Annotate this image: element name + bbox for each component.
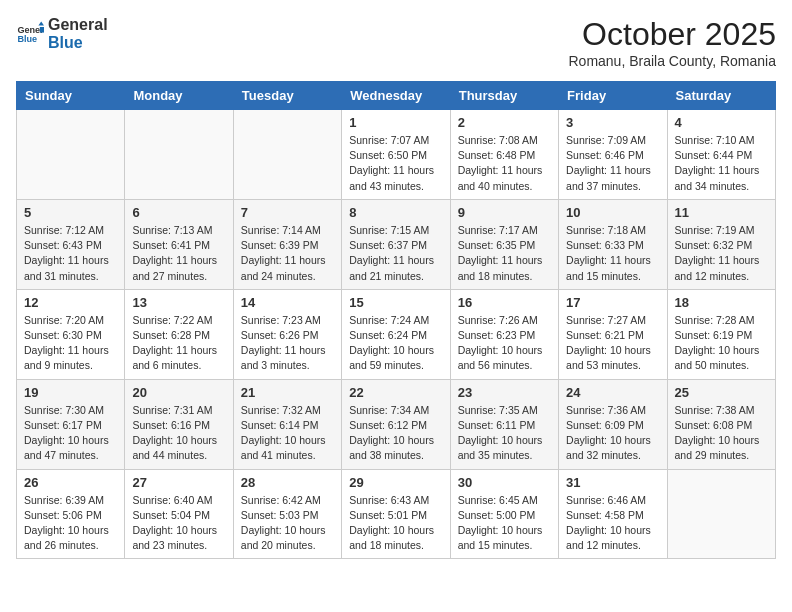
calendar-cell: 17Sunrise: 7:27 AM Sunset: 6:21 PM Dayli… bbox=[559, 289, 667, 379]
day-info: Sunrise: 7:18 AM Sunset: 6:33 PM Dayligh… bbox=[566, 223, 659, 284]
day-number: 3 bbox=[566, 115, 659, 130]
calendar-cell bbox=[233, 110, 341, 200]
day-number: 11 bbox=[675, 205, 768, 220]
day-number: 30 bbox=[458, 475, 551, 490]
day-info: Sunrise: 7:07 AM Sunset: 6:50 PM Dayligh… bbox=[349, 133, 442, 194]
day-info: Sunrise: 6:46 AM Sunset: 4:58 PM Dayligh… bbox=[566, 493, 659, 554]
day-info: Sunrise: 7:32 AM Sunset: 6:14 PM Dayligh… bbox=[241, 403, 334, 464]
day-info: Sunrise: 7:26 AM Sunset: 6:23 PM Dayligh… bbox=[458, 313, 551, 374]
calendar-cell bbox=[17, 110, 125, 200]
day-number: 24 bbox=[566, 385, 659, 400]
day-number: 5 bbox=[24, 205, 117, 220]
day-info: Sunrise: 6:39 AM Sunset: 5:06 PM Dayligh… bbox=[24, 493, 117, 554]
day-number: 12 bbox=[24, 295, 117, 310]
title-area: October 2025 Romanu, Braila County, Roma… bbox=[568, 16, 776, 69]
logo-general-text: General bbox=[48, 16, 108, 34]
svg-marker-3 bbox=[40, 27, 44, 33]
day-info: Sunrise: 7:23 AM Sunset: 6:26 PM Dayligh… bbox=[241, 313, 334, 374]
weekday-header-sunday: Sunday bbox=[17, 82, 125, 110]
calendar-week-row: 19Sunrise: 7:30 AM Sunset: 6:17 PM Dayli… bbox=[17, 379, 776, 469]
day-info: Sunrise: 7:31 AM Sunset: 6:16 PM Dayligh… bbox=[132, 403, 225, 464]
day-number: 8 bbox=[349, 205, 442, 220]
day-info: Sunrise: 7:15 AM Sunset: 6:37 PM Dayligh… bbox=[349, 223, 442, 284]
calendar-cell: 29Sunrise: 6:43 AM Sunset: 5:01 PM Dayli… bbox=[342, 469, 450, 559]
calendar-cell: 19Sunrise: 7:30 AM Sunset: 6:17 PM Dayli… bbox=[17, 379, 125, 469]
day-info: Sunrise: 7:30 AM Sunset: 6:17 PM Dayligh… bbox=[24, 403, 117, 464]
day-info: Sunrise: 7:14 AM Sunset: 6:39 PM Dayligh… bbox=[241, 223, 334, 284]
day-info: Sunrise: 7:13 AM Sunset: 6:41 PM Dayligh… bbox=[132, 223, 225, 284]
calendar-cell bbox=[125, 110, 233, 200]
calendar-cell: 12Sunrise: 7:20 AM Sunset: 6:30 PM Dayli… bbox=[17, 289, 125, 379]
weekday-header-monday: Monday bbox=[125, 82, 233, 110]
day-info: Sunrise: 7:19 AM Sunset: 6:32 PM Dayligh… bbox=[675, 223, 768, 284]
day-number: 13 bbox=[132, 295, 225, 310]
calendar-cell: 8Sunrise: 7:15 AM Sunset: 6:37 PM Daylig… bbox=[342, 199, 450, 289]
svg-marker-2 bbox=[38, 21, 44, 25]
calendar-cell: 10Sunrise: 7:18 AM Sunset: 6:33 PM Dayli… bbox=[559, 199, 667, 289]
weekday-header-thursday: Thursday bbox=[450, 82, 558, 110]
day-info: Sunrise: 6:40 AM Sunset: 5:04 PM Dayligh… bbox=[132, 493, 225, 554]
calendar-week-row: 26Sunrise: 6:39 AM Sunset: 5:06 PM Dayli… bbox=[17, 469, 776, 559]
day-number: 26 bbox=[24, 475, 117, 490]
day-number: 28 bbox=[241, 475, 334, 490]
calendar-week-row: 12Sunrise: 7:20 AM Sunset: 6:30 PM Dayli… bbox=[17, 289, 776, 379]
weekday-header-tuesday: Tuesday bbox=[233, 82, 341, 110]
calendar-cell: 18Sunrise: 7:28 AM Sunset: 6:19 PM Dayli… bbox=[667, 289, 775, 379]
calendar-cell: 2Sunrise: 7:08 AM Sunset: 6:48 PM Daylig… bbox=[450, 110, 558, 200]
day-info: Sunrise: 7:34 AM Sunset: 6:12 PM Dayligh… bbox=[349, 403, 442, 464]
header: General Blue General Blue October 2025 R… bbox=[16, 16, 776, 69]
day-number: 22 bbox=[349, 385, 442, 400]
calendar-cell: 4Sunrise: 7:10 AM Sunset: 6:44 PM Daylig… bbox=[667, 110, 775, 200]
calendar-cell: 9Sunrise: 7:17 AM Sunset: 6:35 PM Daylig… bbox=[450, 199, 558, 289]
day-number: 16 bbox=[458, 295, 551, 310]
day-info: Sunrise: 7:12 AM Sunset: 6:43 PM Dayligh… bbox=[24, 223, 117, 284]
weekday-header-friday: Friday bbox=[559, 82, 667, 110]
day-number: 23 bbox=[458, 385, 551, 400]
logo-blue-text: Blue bbox=[48, 34, 108, 52]
day-number: 6 bbox=[132, 205, 225, 220]
day-info: Sunrise: 7:08 AM Sunset: 6:48 PM Dayligh… bbox=[458, 133, 551, 194]
day-number: 15 bbox=[349, 295, 442, 310]
day-info: Sunrise: 6:43 AM Sunset: 5:01 PM Dayligh… bbox=[349, 493, 442, 554]
day-number: 1 bbox=[349, 115, 442, 130]
day-number: 17 bbox=[566, 295, 659, 310]
day-number: 18 bbox=[675, 295, 768, 310]
weekday-header-wednesday: Wednesday bbox=[342, 82, 450, 110]
day-number: 19 bbox=[24, 385, 117, 400]
day-number: 31 bbox=[566, 475, 659, 490]
day-info: Sunrise: 7:27 AM Sunset: 6:21 PM Dayligh… bbox=[566, 313, 659, 374]
day-number: 7 bbox=[241, 205, 334, 220]
day-info: Sunrise: 7:28 AM Sunset: 6:19 PM Dayligh… bbox=[675, 313, 768, 374]
day-info: Sunrise: 7:17 AM Sunset: 6:35 PM Dayligh… bbox=[458, 223, 551, 284]
calendar-table: SundayMondayTuesdayWednesdayThursdayFrid… bbox=[16, 81, 776, 559]
day-number: 25 bbox=[675, 385, 768, 400]
calendar-cell: 7Sunrise: 7:14 AM Sunset: 6:39 PM Daylig… bbox=[233, 199, 341, 289]
day-number: 20 bbox=[132, 385, 225, 400]
day-info: Sunrise: 7:36 AM Sunset: 6:09 PM Dayligh… bbox=[566, 403, 659, 464]
day-number: 2 bbox=[458, 115, 551, 130]
calendar-cell: 23Sunrise: 7:35 AM Sunset: 6:11 PM Dayli… bbox=[450, 379, 558, 469]
day-info: Sunrise: 7:22 AM Sunset: 6:28 PM Dayligh… bbox=[132, 313, 225, 374]
logo: General Blue General Blue bbox=[16, 16, 108, 51]
calendar-cell: 6Sunrise: 7:13 AM Sunset: 6:41 PM Daylig… bbox=[125, 199, 233, 289]
calendar-cell: 5Sunrise: 7:12 AM Sunset: 6:43 PM Daylig… bbox=[17, 199, 125, 289]
day-info: Sunrise: 7:20 AM Sunset: 6:30 PM Dayligh… bbox=[24, 313, 117, 374]
calendar-cell: 30Sunrise: 6:45 AM Sunset: 5:00 PM Dayli… bbox=[450, 469, 558, 559]
calendar-cell: 25Sunrise: 7:38 AM Sunset: 6:08 PM Dayli… bbox=[667, 379, 775, 469]
calendar-cell: 20Sunrise: 7:31 AM Sunset: 6:16 PM Dayli… bbox=[125, 379, 233, 469]
weekday-header-saturday: Saturday bbox=[667, 82, 775, 110]
day-info: Sunrise: 7:35 AM Sunset: 6:11 PM Dayligh… bbox=[458, 403, 551, 464]
location-title: Romanu, Braila County, Romania bbox=[568, 53, 776, 69]
day-number: 4 bbox=[675, 115, 768, 130]
day-number: 9 bbox=[458, 205, 551, 220]
day-number: 29 bbox=[349, 475, 442, 490]
weekday-header-row: SundayMondayTuesdayWednesdayThursdayFrid… bbox=[17, 82, 776, 110]
calendar-week-row: 5Sunrise: 7:12 AM Sunset: 6:43 PM Daylig… bbox=[17, 199, 776, 289]
calendar-cell: 3Sunrise: 7:09 AM Sunset: 6:46 PM Daylig… bbox=[559, 110, 667, 200]
logo-icon: General Blue bbox=[16, 20, 44, 48]
calendar-cell: 13Sunrise: 7:22 AM Sunset: 6:28 PM Dayli… bbox=[125, 289, 233, 379]
calendar-cell: 14Sunrise: 7:23 AM Sunset: 6:26 PM Dayli… bbox=[233, 289, 341, 379]
calendar-cell: 15Sunrise: 7:24 AM Sunset: 6:24 PM Dayli… bbox=[342, 289, 450, 379]
calendar-cell: 26Sunrise: 6:39 AM Sunset: 5:06 PM Dayli… bbox=[17, 469, 125, 559]
calendar-cell: 11Sunrise: 7:19 AM Sunset: 6:32 PM Dayli… bbox=[667, 199, 775, 289]
